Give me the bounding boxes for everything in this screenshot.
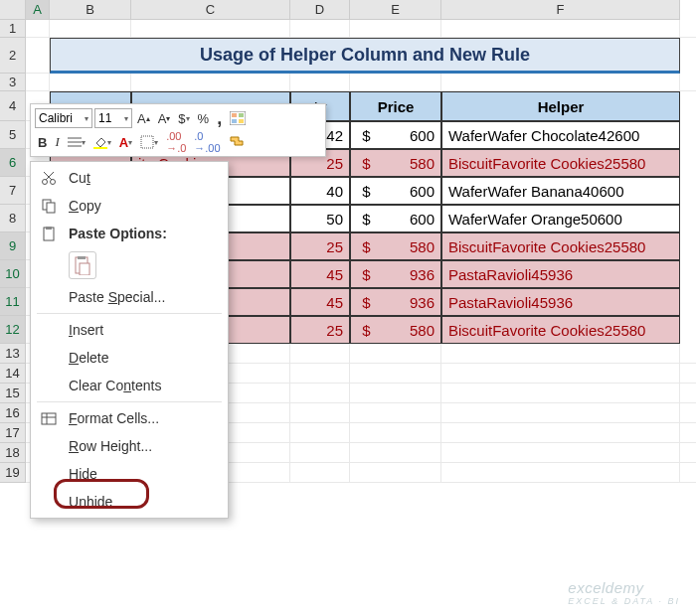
borders-icon[interactable]: ▾	[137, 131, 161, 153]
format-painter-icon[interactable]	[226, 131, 248, 153]
cell-helper[interactable]: PastaRavioli45936	[441, 288, 680, 316]
font-family-select[interactable]: Calibri▾	[35, 108, 92, 128]
row-header-14[interactable]: 14	[0, 364, 26, 384]
menu-delete[interactable]: Delete	[31, 344, 228, 372]
cell-currency[interactable]: $	[350, 149, 382, 177]
cell-helper[interactable]: WaferWafer Chocolate42600	[441, 121, 680, 149]
cell-currency[interactable]: $	[350, 260, 382, 288]
col-header-E[interactable]: E	[350, 0, 441, 20]
font-color-icon[interactable]: A▾	[116, 131, 135, 153]
menu-hide[interactable]: Hide	[31, 460, 228, 488]
col-header-C[interactable]: C	[131, 0, 290, 20]
select-all-corner[interactable]	[0, 0, 26, 20]
watermark: exceldemy EXCEL & DATA · BI	[568, 579, 680, 606]
menu-row-height[interactable]: Row Height...	[31, 432, 228, 460]
context-menu: Cut Copy Paste Options: Paste Special...…	[30, 161, 229, 519]
accounting-format-icon[interactable]: $▾	[175, 107, 192, 129]
menu-format-cells[interactable]: Format Cells...	[31, 404, 228, 432]
conditional-format-icon[interactable]	[227, 107, 249, 129]
cell-price[interactable]: 600	[382, 205, 441, 232]
cell-currency[interactable]: $	[350, 316, 382, 344]
col-header-F[interactable]: F	[441, 0, 680, 20]
svg-rect-21	[42, 413, 56, 424]
cell-currency[interactable]: $	[350, 288, 382, 316]
cut-icon	[39, 168, 59, 188]
mini-toolbar: Calibri▾ 11▾ A▴ A▾ $▾ % , B I ▾ ▾ A▾ ▾ .…	[30, 103, 326, 157]
row-headers: 1 2 3 4 5 6 7 8 9 10 11 12 13 14 15 16 1…	[0, 20, 26, 483]
row-header-9[interactable]: 9	[0, 232, 26, 260]
cell-price[interactable]: 600	[382, 121, 441, 149]
increase-font-icon[interactable]: A▴	[134, 107, 153, 129]
fill-color-icon[interactable]: ▾	[90, 131, 114, 153]
row-header-5[interactable]: 5	[0, 121, 26, 149]
paste-default-button[interactable]	[69, 251, 96, 279]
align-icon[interactable]: ▾	[65, 131, 88, 153]
svg-point-11	[51, 180, 56, 185]
hdr-helper[interactable]: Helper	[441, 91, 680, 121]
comma-format-icon[interactable]: ,	[214, 107, 225, 129]
menu-insert[interactable]: Insert	[31, 316, 228, 344]
col-header-B[interactable]: B	[50, 0, 131, 20]
col-header-D[interactable]: D	[290, 0, 350, 20]
percent-format-icon[interactable]: %	[195, 107, 213, 129]
col-header-A[interactable]: A	[26, 0, 50, 20]
svg-rect-8	[93, 147, 107, 149]
row-header-19[interactable]: 19	[0, 463, 26, 483]
row-header-17[interactable]: 17	[0, 423, 26, 443]
decrease-decimal-icon[interactable]: .00→.0	[163, 131, 189, 153]
cell[interactable]: 45	[290, 260, 350, 288]
cell-helper[interactable]: BiscuitFavorite Cookies25580	[441, 316, 680, 344]
cell[interactable]: 50	[290, 205, 350, 232]
cell-price[interactable]: 580	[382, 316, 441, 344]
cell-helper[interactable]: WaferWafer Orange50600	[441, 205, 680, 232]
row-header-8[interactable]: 8	[0, 205, 26, 232]
cell-price[interactable]: 580	[382, 232, 441, 260]
cell-helper[interactable]: BiscuitFavorite Cookies25580	[441, 232, 680, 260]
decrease-font-icon[interactable]: A▾	[155, 107, 174, 129]
row-header-11[interactable]: 11	[0, 288, 26, 316]
svg-rect-1	[232, 113, 237, 117]
cell-price[interactable]: 600	[382, 177, 441, 205]
cell-price[interactable]: 580	[382, 149, 441, 177]
cell-currency[interactable]: $	[350, 232, 382, 260]
menu-copy[interactable]: Copy	[31, 192, 228, 220]
bold-button[interactable]: B	[35, 131, 50, 153]
cell[interactable]: 25	[290, 232, 350, 260]
font-size-select[interactable]: 11▾	[94, 108, 132, 128]
svg-rect-2	[239, 113, 244, 117]
title-cell[interactable]: Usage of Helper Column and New Rule	[50, 38, 680, 74]
row-header-7[interactable]: 7	[0, 177, 26, 205]
row-header-18[interactable]: 18	[0, 443, 26, 463]
row-header-12[interactable]: 12	[0, 316, 26, 344]
cell[interactable]: 45	[290, 288, 350, 316]
italic-button[interactable]: I	[52, 131, 62, 153]
cell-price[interactable]: 936	[382, 260, 441, 288]
row-header-15[interactable]: 15	[0, 384, 26, 403]
cell-currency[interactable]: $	[350, 121, 382, 149]
row-header-10[interactable]: 10	[0, 260, 26, 288]
row-1	[26, 20, 696, 38]
row-3	[26, 74, 696, 91]
chevron-down-icon: ▾	[124, 114, 128, 123]
row-header-16[interactable]: 16	[0, 403, 26, 423]
cell-currency[interactable]: $	[350, 177, 382, 205]
row-header-13[interactable]: 13	[0, 344, 26, 364]
menu-clear-contents[interactable]: Clear Contents	[31, 372, 228, 399]
menu-cut[interactable]: Cut	[31, 164, 228, 192]
cell-currency[interactable]: $	[350, 205, 382, 232]
row-header-3[interactable]: 3	[0, 74, 26, 91]
cell[interactable]: 25	[290, 316, 350, 344]
hdr-price[interactable]: Price	[350, 91, 441, 121]
row-header-2[interactable]: 2	[0, 38, 26, 74]
row-header-4[interactable]: 4	[0, 91, 26, 121]
row-header-1[interactable]: 1	[0, 20, 26, 38]
cell-helper[interactable]: WaferWafer Banana40600	[441, 177, 680, 205]
cell-price[interactable]: 936	[382, 288, 441, 316]
increase-decimal-icon[interactable]: .0→.00	[191, 131, 223, 153]
menu-paste-special[interactable]: Paste Special...	[31, 283, 228, 311]
cell[interactable]: 40	[290, 177, 350, 205]
row-header-6[interactable]: 6	[0, 149, 26, 177]
cell-helper[interactable]: BiscuitFavorite Cookies25580	[441, 149, 680, 177]
menu-unhide[interactable]: Unhide	[31, 488, 228, 516]
cell-helper[interactable]: PastaRavioli45936	[441, 260, 680, 288]
